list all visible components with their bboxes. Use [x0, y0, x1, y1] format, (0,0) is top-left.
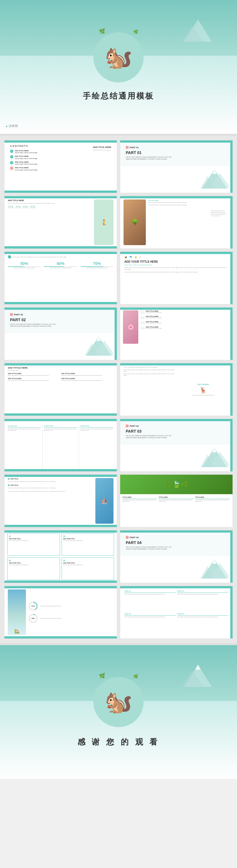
town-image: 🏡: [8, 589, 26, 635]
slide-three-cols-inner: 01 ADD TITLE Just for today I will try t…: [4, 419, 117, 471]
slide-thumb-tittle-three[interactable]: 🌿🍃🌿 TITTLE HERE Just for today I will tr…: [120, 474, 233, 527]
cover-squirrel-circle: 🐿️ 🌿 🌿: [93, 32, 144, 83]
slide-part02-inner: PART 02 PART 02 THIS IS A TEXT TEMPLATE,…: [4, 308, 117, 360]
family-image: 🌳: [123, 199, 146, 245]
slides-section: CONTENTS 1 ADD TITLE HERE Just for today…: [0, 136, 237, 643]
slide-four-grid-inner: ◆ ADD YOUR TITLE Just for today I will t…: [4, 530, 117, 583]
svg-marker-5: [212, 169, 217, 174]
slide-part04-inner: PART 04 PART 04 THIS IS A TEXT TEMPLATE,…: [120, 530, 233, 583]
slide-sub-titles-inner: SUB TITLE Just for today I will try to l…: [4, 475, 117, 527]
slide-thumb-three-cols[interactable]: 01 ADD TITLE Just for today I will try t…: [4, 419, 117, 472]
end-slide: 🐿️ 🌿 🌿 感 谢 您 的 观 看: [0, 645, 237, 779]
slide-thumb-part04[interactable]: PART 04 PART 04 THIS IS A TEXT TEMPLATE,…: [120, 530, 233, 583]
slide-numbered-inner: 🌸 01 ADD TITLE HERE Just for today I wil…: [120, 308, 233, 360]
slide-thumb-percentages[interactable]: 🏃 Just for today I will try to live thro…: [4, 252, 117, 305]
section-divider-1: [0, 134, 237, 136]
slide-thumb-sub-titles[interactable]: SUB TITLE Just for today I will try to l…: [4, 474, 117, 527]
slides-grid: CONTENTS 1 ADD TITLE HERE Just for today…: [4, 140, 233, 639]
slide-multi-tittle-inner: ADD TITTLE HERE Just for today I will tr…: [4, 363, 117, 415]
slide-thumb-part03[interactable]: PART 03 PART 03 THIS IS A TEXT TEMPLATE,…: [120, 419, 233, 472]
end-title: 感 谢 您 的 观 看: [78, 737, 160, 747]
slide-contents-inner: CONTENTS 1 ADD TITLE HERE Just for today…: [4, 141, 117, 193]
slide-add-title-inner: ADD TITLE HERE Just for today I will try…: [4, 196, 117, 248]
end-squirrel-circle: 🐿️ 🌿 🌿: [93, 677, 144, 727]
logo-text: 演界网: [9, 124, 18, 128]
svg-marker-13: [212, 448, 217, 453]
slide-stats-inner: 🏡 67% Just for today I will try: [4, 586, 117, 639]
cover-title: 手绘总结通用模板: [83, 91, 154, 101]
slide-thumb-part02[interactable]: PART 02 PART 02 THIS IS A TEXT TEMPLATE,…: [4, 307, 117, 360]
slide-thumb-add-title[interactable]: ADD TITLE HERE Just for today I will try…: [4, 196, 117, 249]
slide-tittle-three-inner: 🌿🍃🌿 TITTLE HERE Just for today I will tr…: [120, 475, 233, 527]
svg-marker-24: [195, 665, 201, 670]
slide-thumb-numbered[interactable]: 🌸 01 ADD TITLE HERE Just for today I wil…: [120, 307, 233, 360]
slide-thumb-family[interactable]: 🌳 I love my family Just for today I will…: [120, 196, 233, 249]
slide-thumb-multi-tittle[interactable]: ADD TITTLE HERE Just for today I will tr…: [4, 363, 117, 416]
flower-image: 🌸: [123, 310, 138, 344]
leaf-image: 🌿🍃🌿: [120, 475, 233, 494]
slide-thumb-part01[interactable]: PART 01 PART 01 THIS IS A TEXT TEMPLATE,…: [120, 140, 233, 193]
slide-percentages-inner: 🏃 Just for today I will try to live thro…: [4, 252, 117, 304]
svg-marker-9: [96, 336, 101, 341]
slide-part01-inner: PART 01 PART 01 THIS IS A TEXT TEMPLATE,…: [120, 141, 233, 193]
slide-deer-inner: This is a text template, from the beginn…: [120, 363, 233, 415]
slide-thumb-steps[interactable]: STEP 01 Just for today I will try to liv…: [120, 586, 233, 639]
slide-thumb-stats[interactable]: 🏡 67% Just for today I will try: [4, 586, 117, 639]
slide-illustration-fish: 🧜: [94, 199, 114, 245]
slide-part03-inner: PART 03 PART 03 THIS IS A TEXT TEMPLATE,…: [120, 419, 233, 471]
svg-marker-17: [212, 559, 217, 564]
slide-steps-inner: STEP 01 Just for today I will try to liv…: [120, 586, 233, 639]
slide-add-your-tittle-inner: 🦋 🐬 💡 ♥ ADD YOUR TITTLE HERE Just for to…: [120, 252, 233, 304]
section-divider-2: [0, 643, 237, 645]
slide-family-inner: 🌳 I love my family Just for today I will…: [120, 196, 233, 248]
slide-thumb-deer[interactable]: This is a text template, from the beginn…: [120, 363, 233, 416]
sea-image: ⛵: [95, 478, 114, 524]
slide-thumb-add-your-tittle[interactable]: 🦋 🐬 💡 ♥ ADD YOUR TITTLE HERE Just for to…: [120, 252, 233, 305]
slide-thumb-four-grid[interactable]: ◆ ADD YOUR TITLE Just for today I will t…: [4, 530, 117, 583]
logo-area: ● 演界网: [6, 124, 18, 128]
cover-slide: 🐿️ 🌿 🌿 手绘总结通用模板 ● 演界网: [0, 0, 237, 134]
slide-thumb-contents[interactable]: CONTENTS 1 ADD TITLE HERE Just for today…: [4, 140, 117, 193]
